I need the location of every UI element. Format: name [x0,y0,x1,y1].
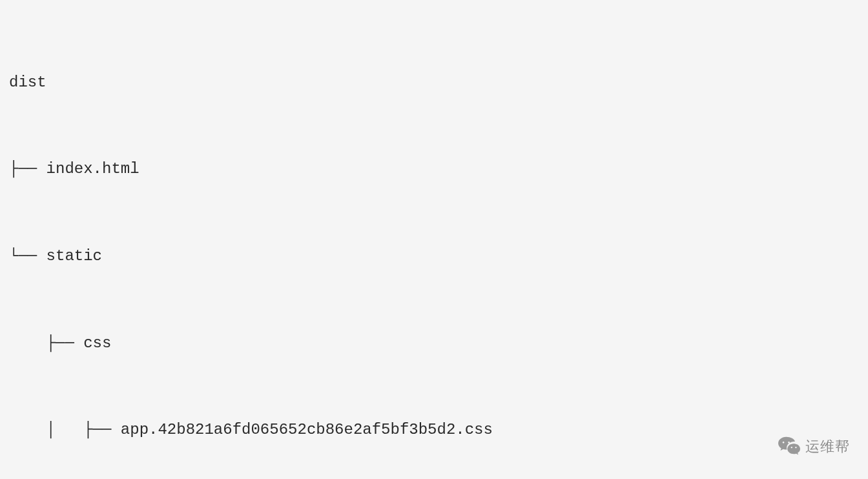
tree-line-dir: └── static [9,242,859,271]
watermark-text: 运维帮 [805,433,850,460]
tree-line-root: dist [9,68,859,97]
tree-line-file: ├── index.html [9,155,859,184]
watermark: 运维帮 [778,433,850,460]
tree-line-dir: ├── css [9,329,859,358]
directory-tree-output: dist ├── index.html └── static ├── css │… [9,10,859,479]
wechat-icon [778,436,800,456]
tree-line-file: │ ├── app.42b821a6fd065652cb86e2af5bf3b5… [9,416,859,445]
